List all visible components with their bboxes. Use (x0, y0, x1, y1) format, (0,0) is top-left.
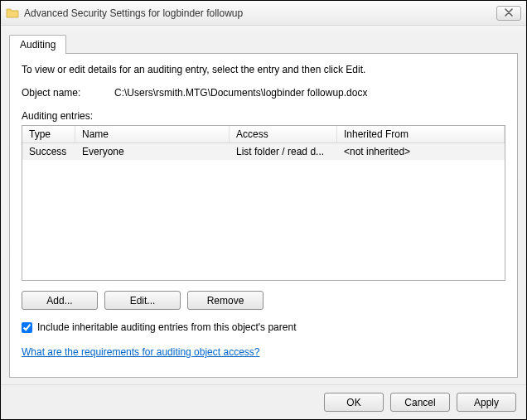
col-header-access[interactable]: Access (230, 126, 337, 142)
content-area: Auditing To view or edit details for an … (1, 26, 526, 384)
cell-type: Success (22, 143, 75, 160)
object-name-row: Object name: C:\Users\rsmith.MTG\Documen… (22, 87, 505, 99)
window-title: Advanced Security Settings for logbinder… (24, 7, 496, 19)
inherit-checkbox-label: Include inheritable auditing entries fro… (37, 321, 296, 333)
auditing-entries-list[interactable]: Type Name Access Inherited From Success … (22, 125, 505, 281)
list-body: Success Everyone List folder / read d...… (22, 143, 505, 280)
folder-icon (6, 7, 19, 20)
tab-panel-auditing: To view or edit details for an auditing … (9, 53, 518, 378)
close-button[interactable] (496, 6, 521, 21)
object-name-value: C:\Users\rsmith.MTG\Documents\logbinder … (114, 87, 367, 99)
auditing-entries-label: Auditing entries: (22, 110, 505, 122)
remove-button[interactable]: Remove (187, 291, 264, 310)
close-icon (505, 8, 513, 18)
apply-button[interactable]: Apply (457, 393, 516, 412)
tabstrip: Auditing (9, 34, 518, 53)
dialog-window: Advanced Security Settings for logbinder… (0, 0, 527, 420)
list-header: Type Name Access Inherited From (22, 126, 505, 143)
cancel-button[interactable]: Cancel (390, 393, 450, 412)
add-button[interactable]: Add... (22, 291, 98, 310)
inherit-checkbox-row: Include inheritable auditing entries fro… (22, 321, 505, 333)
help-link[interactable]: What are the requirements for auditing o… (22, 346, 259, 358)
col-header-inherited[interactable]: Inherited From (337, 126, 505, 142)
tab-auditing[interactable]: Auditing (9, 35, 66, 54)
col-header-type[interactable]: Type (22, 126, 75, 142)
help-link-row: What are the requirements for auditing o… (22, 346, 505, 358)
col-header-name[interactable]: Name (75, 126, 230, 142)
ok-button[interactable]: OK (324, 393, 384, 412)
object-name-label: Object name: (22, 87, 114, 99)
edit-button[interactable]: Edit... (104, 291, 181, 310)
cell-name: Everyone (75, 143, 230, 160)
cell-inherited: <not inherited> (337, 143, 505, 160)
inherit-checkbox[interactable] (22, 322, 32, 333)
entry-buttons-row: Add... Edit... Remove (22, 291, 505, 310)
cell-access: List folder / read d... (230, 143, 337, 160)
instruction-text: To view or edit details for an auditing … (22, 64, 505, 75)
dialog-footer: OK Cancel Apply (1, 384, 526, 419)
titlebar: Advanced Security Settings for logbinder… (1, 1, 526, 26)
table-row[interactable]: Success Everyone List folder / read d...… (22, 143, 505, 160)
